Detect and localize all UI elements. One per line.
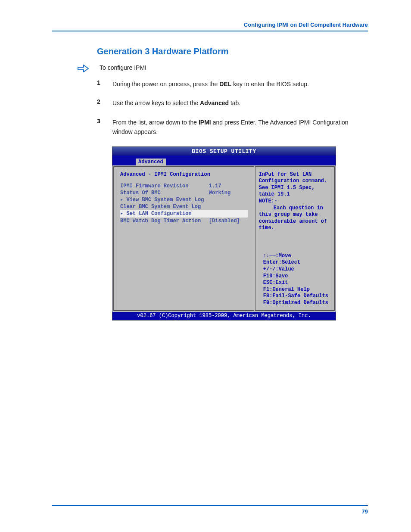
bios-right-panel: InPut for Set LAN Configuration command.… <box>255 166 335 311</box>
bios-row-set-lan[interactable]: ▸ Set LAN Configuration <box>120 210 248 217</box>
step-1: 1 During the power on process, press the… <box>97 79 368 89</box>
step-number: 1 <box>97 79 102 89</box>
bios-footer-copyright: v02.67 (C)Copyright 1985-2009, American … <box>112 312 336 320</box>
bios-row-watchdog[interactable]: BMC Watch Dog Timer Action[Disabled] <box>120 218 248 224</box>
step-text-bold: IPMI <box>199 119 211 126</box>
step-text-pre: From the list, arrow down to the <box>112 119 199 126</box>
bios-tab-advanced[interactable]: Advanced <box>136 159 166 165</box>
page-number: 79 <box>52 505 368 515</box>
bios-row-status[interactable]: Status Of BMCWorking <box>120 190 248 196</box>
arrow-right-icon <box>78 65 89 73</box>
step-number: 3 <box>97 118 102 137</box>
intro-text: To configure IPMI <box>100 64 146 73</box>
bios-row-clear-log[interactable]: Clear BMC System Event Log <box>120 203 248 210</box>
submenu-triangle-icon: ▸ <box>120 197 126 203</box>
page-header-breadcrumb: Configuring IPMI on Dell Compellent Hard… <box>52 22 368 31</box>
bios-help-text: InPut for Set LAN Configuration command.… <box>259 171 330 232</box>
step-text-bold: Advanced <box>200 100 229 106</box>
bios-left-panel: Advanced - IPMI Configuration IPMI Firmw… <box>113 166 254 311</box>
bios-row-view-log[interactable]: ▸ View BMC System Event Log <box>120 196 248 203</box>
step-3: 3 From the list, arrow down to the IPMI … <box>97 118 368 137</box>
bios-tab-row: Advanced <box>112 156 336 165</box>
step-2: 2 Use the arrow keys to select the Advan… <box>97 98 368 108</box>
step-number: 2 <box>97 98 102 108</box>
bios-row-firmware[interactable]: IPMI Firmware Revision1.17 <box>120 183 248 190</box>
bios-screenshot: BIOS SETUP UTILITY Advanced Advanced - I… <box>112 146 336 320</box>
section-heading: Generation 3 Hardware Platform <box>97 47 368 56</box>
bios-panel-title: Advanced - IPMI Configuration <box>120 171 248 177</box>
step-text-bold: DEL <box>219 81 231 87</box>
bios-nav-help: ↑↓←→:Move Enter:Select +/-/:Value F10:Sa… <box>259 253 330 307</box>
step-text-post: key to enter the BIOS setup. <box>231 81 309 87</box>
step-text-pre: Use the arrow keys to select the <box>112 100 200 106</box>
bios-title-bar: BIOS SETUP UTILITY <box>112 147 336 156</box>
step-text-post: tab. <box>229 100 240 106</box>
step-text-pre: During the power on process, press the <box>112 81 219 87</box>
submenu-triangle-icon: ▸ <box>120 211 126 217</box>
